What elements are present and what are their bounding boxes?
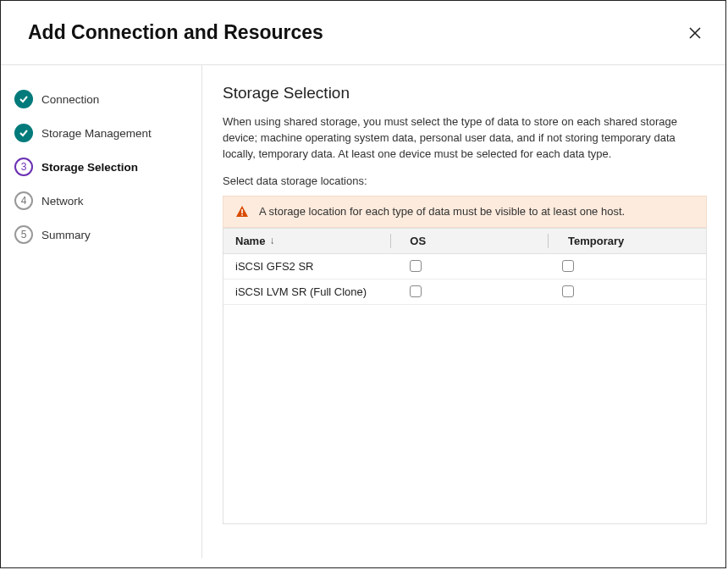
- step-network[interactable]: 4 Network: [14, 184, 201, 218]
- temp-checkbox[interactable]: [562, 285, 574, 297]
- check-icon: [14, 124, 33, 142]
- col-header-name[interactable]: Name ↓: [223, 229, 390, 253]
- table-row: iSCSI GFS2 SR: [223, 254, 706, 279]
- step-storage-management[interactable]: Storage Management: [14, 116, 201, 150]
- table-header: Name ↓ OS Temporary: [223, 229, 706, 254]
- wizard-sidebar: Connection Storage Management 3 Storage …: [1, 65, 202, 558]
- svg-rect-1: [241, 214, 243, 216]
- page-description: When using shared storage, you must sele…: [223, 114, 707, 163]
- step-number-badge: 4: [14, 191, 33, 210]
- os-checkbox[interactable]: [410, 285, 422, 297]
- temp-checkbox[interactable]: [562, 260, 574, 272]
- page-title: Storage Selection: [223, 84, 707, 102]
- cell-name: iSCSI LVM SR (Full Clone): [223, 279, 393, 304]
- step-number-badge: 3: [14, 158, 33, 176]
- storage-table: Name ↓ OS Temporary iSCSI GFS2 SR: [223, 228, 707, 524]
- section-subhead: Select data storage locations:: [223, 174, 707, 187]
- col-header-os[interactable]: OS: [398, 229, 548, 253]
- check-icon: [14, 90, 33, 108]
- col-label: OS: [410, 235, 426, 247]
- step-label: Storage Management: [41, 127, 152, 140]
- dialog-title: Add Connection and Resources: [28, 21, 323, 44]
- col-separator: [390, 234, 399, 248]
- sort-down-icon: ↓: [269, 235, 274, 246]
- step-storage-selection[interactable]: 3 Storage Selection: [14, 150, 201, 184]
- col-label: Name: [235, 235, 265, 247]
- warning-text: A storage location for each type of data…: [259, 205, 625, 218]
- step-summary[interactable]: 5 Summary: [14, 218, 201, 252]
- step-label: Network: [41, 195, 84, 208]
- step-label: Summary: [41, 229, 91, 241]
- cell-name: iSCSI GFS2 SR: [223, 254, 393, 279]
- table-row: iSCSI LVM SR (Full Clone): [223, 279, 706, 305]
- step-number-badge: 5: [14, 225, 33, 244]
- col-label: Temporary: [568, 235, 624, 247]
- step-label: Connection: [41, 93, 99, 106]
- os-checkbox[interactable]: [410, 260, 422, 272]
- warning-icon: [235, 205, 249, 219]
- step-label: Storage Selection: [41, 161, 138, 174]
- col-separator: [548, 234, 556, 248]
- svg-rect-0: [241, 209, 243, 213]
- close-icon[interactable]: [685, 23, 705, 43]
- warning-banner: A storage location for each type of data…: [223, 196, 707, 228]
- step-connection[interactable]: Connection: [14, 82, 201, 116]
- col-header-temp[interactable]: Temporary: [556, 229, 706, 253]
